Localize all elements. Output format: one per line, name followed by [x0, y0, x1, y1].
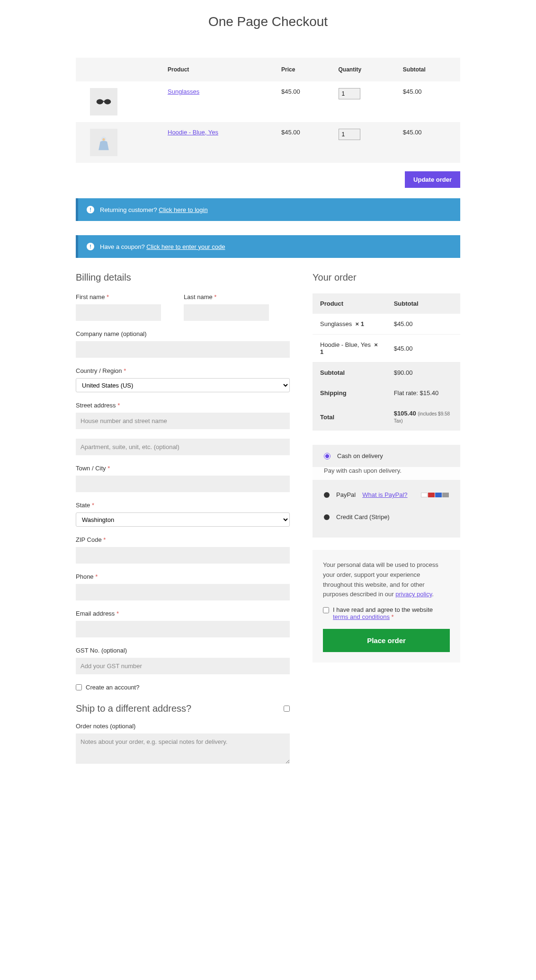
cart-row: Hoodie - Blue, Yes $45.00 $45.00 [76, 122, 460, 163]
state-label: State * [76, 502, 290, 509]
svg-point-0 [97, 99, 103, 105]
product-subtotal: $45.00 [396, 122, 460, 163]
payment-card-icons [421, 493, 449, 497]
order-summary-table: Product Subtotal Sunglasses × 1 $45.00 H… [313, 293, 460, 431]
product-link[interactable]: Sunglasses [168, 88, 199, 95]
info-icon: ! [87, 206, 94, 213]
privacy-box: Your personal data will be used to proce… [313, 550, 460, 662]
returning-customer-notice: ! Returning customer? Click here to logi… [76, 198, 460, 221]
cart-col-qty: Quantity [332, 58, 396, 81]
sunglasses-icon [95, 93, 112, 110]
street2-input[interactable] [76, 439, 290, 455]
cod-radio[interactable] [324, 453, 331, 459]
terms-label: I have read and agree to the website ter… [333, 606, 450, 620]
pay-option-paypal[interactable]: PayPal What is PayPal? [313, 484, 460, 506]
product-thumb [90, 88, 117, 115]
order-total-value: $105.40 (includes $9.58 Tax) [386, 403, 460, 431]
cart-col-price: Price [275, 58, 332, 81]
coupon-link[interactable]: Click here to enter your code [146, 243, 225, 250]
cart-row: Sunglasses $45.00 $45.00 [76, 81, 460, 122]
gst-label: GST No. (optional) [76, 647, 290, 654]
city-input[interactable] [76, 476, 290, 492]
first-name-label: First name * [76, 293, 161, 300]
product-price: $45.00 [275, 122, 332, 163]
zip-label: ZIP Code * [76, 536, 290, 543]
order-subtotal-label: Subtotal [313, 362, 386, 383]
cod-label: Cash on delivery [337, 452, 383, 459]
paypal-label: PayPal [336, 491, 356, 498]
cart-table: Product Price Quantity Subtotal Sunglass… [76, 58, 460, 163]
cart-col-subtotal: Subtotal [396, 58, 460, 81]
coupon-notice: ! Have a coupon? Click here to enter you… [76, 235, 460, 258]
coupon-text: Have a coupon? [100, 243, 146, 250]
company-label: Company name (optional) [76, 330, 290, 337]
hoodie-icon [95, 134, 112, 151]
terms-link[interactable]: terms and conditions [333, 613, 390, 620]
order-heading: Your order [313, 272, 460, 283]
order-col-subtotal: Subtotal [386, 293, 460, 314]
order-total-label: Total [313, 403, 386, 431]
zip-input[interactable] [76, 547, 290, 564]
svg-point-1 [104, 99, 111, 105]
street-input[interactable] [76, 413, 290, 429]
billing-heading: Billing details [76, 272, 290, 283]
privacy-policy-link[interactable]: privacy policy [395, 591, 432, 598]
product-price: $45.00 [275, 81, 332, 122]
qty-input[interactable] [339, 88, 360, 99]
last-name-input[interactable] [184, 304, 269, 321]
city-label: Town / City * [76, 465, 290, 472]
email-input[interactable] [76, 621, 290, 637]
email-label: Email address * [76, 610, 290, 617]
product-subtotal: $45.00 [396, 81, 460, 122]
phone-label: Phone * [76, 573, 290, 580]
pay-option-stripe[interactable]: Credit Card (Stripe) [313, 506, 460, 528]
terms-checkbox[interactable] [323, 607, 329, 613]
privacy-text: Your personal data will be used to proce… [323, 560, 450, 600]
info-icon: ! [87, 243, 94, 250]
street-label: Street address * [76, 402, 290, 409]
ship-heading: Ship to a different address? [76, 703, 191, 714]
last-name-label: Last name * [184, 293, 269, 300]
order-line: Sunglasses × 1 $45.00 [313, 314, 460, 335]
radio-dot-icon [324, 514, 330, 520]
place-order-button[interactable]: Place order [323, 629, 450, 652]
payment-methods: Cash on delivery Pay with cash upon deli… [313, 445, 460, 538]
order-shipping-label: Shipping [313, 383, 386, 403]
gst-input[interactable] [76, 658, 290, 674]
company-input[interactable] [76, 341, 290, 358]
returning-text: Returning customer? [100, 206, 159, 213]
update-order-button[interactable]: Update order [405, 171, 460, 188]
radio-dot-icon [324, 492, 330, 498]
order-subtotal-value: $90.00 [386, 362, 460, 383]
cod-description: Pay with cash upon delivery. [313, 467, 460, 480]
order-col-product: Product [313, 293, 386, 314]
order-notes-label: Order notes (optional) [76, 723, 290, 730]
cart-col-product: Product [161, 58, 275, 81]
pay-option-cod[interactable]: Cash on delivery [313, 445, 460, 467]
stripe-label: Credit Card (Stripe) [336, 513, 390, 521]
order-shipping-value: Flat rate: $15.40 [386, 383, 460, 403]
cart-col-thumb [76, 58, 161, 81]
ship-different-checkbox[interactable] [284, 706, 290, 712]
first-name-input[interactable] [76, 304, 161, 321]
create-account-checkbox[interactable] [76, 684, 82, 690]
product-link[interactable]: Hoodie - Blue, Yes [168, 129, 218, 136]
country-label: Country / Region * [76, 367, 290, 374]
login-link[interactable]: Click here to login [159, 206, 207, 213]
phone-input[interactable] [76, 584, 290, 600]
country-select[interactable]: United States (US) [76, 378, 290, 392]
create-account-label: Create an account? [86, 684, 139, 691]
state-select[interactable]: Washington [76, 512, 290, 527]
page-title: One Page Checkout [76, 14, 460, 29]
qty-input[interactable] [339, 129, 360, 140]
order-notes-input[interactable] [76, 733, 290, 764]
svg-point-4 [102, 138, 105, 141]
order-line: Hoodie - Blue, Yes × 1 $45.00 [313, 335, 460, 362]
paypal-help-link[interactable]: What is PayPal? [362, 491, 407, 498]
svg-rect-2 [103, 101, 105, 102]
product-thumb [90, 129, 117, 156]
